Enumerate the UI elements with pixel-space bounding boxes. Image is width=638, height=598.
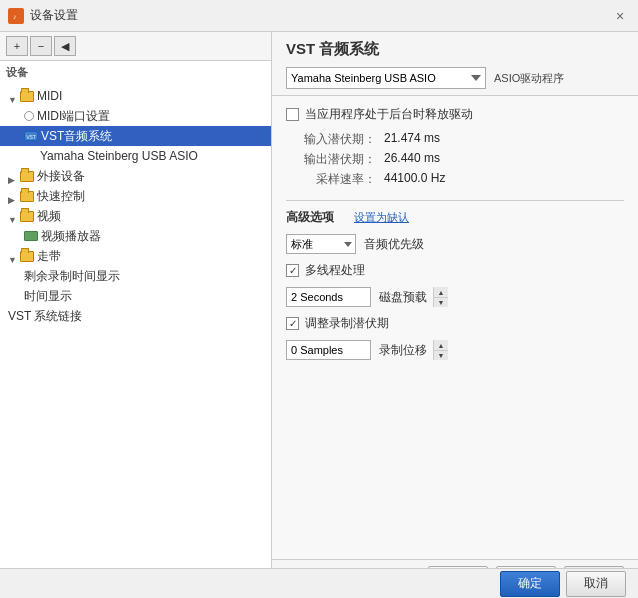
expand-icon: ▶ (8, 171, 18, 181)
sidebar-item-quick-ctrl[interactable]: ▶ 快速控制 (0, 186, 271, 206)
multithread-row: 多线程处理 (286, 262, 624, 279)
latency-out-value: 26.440 ms (384, 151, 624, 168)
right-panel: VST 音频系统 Yamaha Steinberg USB ASIO ASIO驱… (272, 32, 638, 598)
record-offset-row: ▲ ▼ 录制位移 (286, 340, 624, 360)
spinner-down-button-2[interactable]: ▼ (434, 350, 448, 360)
sidebar-item-midi[interactable]: ▼ MIDI (0, 86, 271, 106)
sidebar-item-label: Yamaha Steinberg USB ASIO (40, 147, 198, 165)
close-button[interactable]: × (610, 6, 630, 26)
vst-icon: VST (24, 131, 38, 141)
release-driver-checkbox[interactable] (286, 108, 299, 121)
advanced-label: 高级选项 (286, 209, 334, 226)
sidebar-item-ext-devices[interactable]: ▶ 外接设备 (0, 166, 271, 186)
record-offset-label: 录制位移 (379, 342, 427, 359)
sidebar-item-time-display[interactable]: 时间显示 (0, 286, 271, 306)
spinner-down-button[interactable]: ▼ (434, 297, 448, 307)
latency-info: 输入潜伏期： 21.474 ms 输出潜伏期： 26.440 ms 采样速率： … (286, 131, 624, 188)
main-layout: + − ◀ 设备 ▼ MIDI MIDI端口设置 VST (0, 32, 638, 598)
sidebar-item-video-player[interactable]: 视频播放器 (0, 226, 271, 246)
latency-in-label: 输入潜伏期： (286, 131, 376, 148)
window-title: 设备设置 (30, 7, 78, 24)
adjust-latency-row: 调整录制潜伏期 (286, 315, 624, 332)
expand-icon: ▼ (8, 211, 18, 221)
sidebar-item-label: 剩余录制时间显示 (24, 267, 120, 285)
toolbar: + − ◀ (0, 32, 271, 61)
multithread-label: 多线程处理 (305, 262, 365, 279)
sidebar-item-label: MIDI端口设置 (37, 107, 110, 125)
sidebar-item-video[interactable]: ▼ 视频 (0, 206, 271, 226)
device-tree: ▼ MIDI MIDI端口设置 VST VST音频系统 Yamaha Stein… (0, 82, 271, 584)
sample-rate-label: 采样速率： (286, 171, 376, 188)
left-panel: + − ◀ 设备 ▼ MIDI MIDI端口设置 VST (0, 32, 272, 598)
sidebar-item-vst-connect[interactable]: VST 系统链接 (0, 306, 271, 326)
adjust-latency-checkbox[interactable] (286, 317, 299, 330)
sidebar-item-vst-audio[interactable]: VST VST音频系统 (0, 126, 271, 146)
audio-priority-label: 音频优先级 (364, 236, 424, 253)
right-header: VST 音频系统 Yamaha Steinberg USB ASIO ASIO驱… (272, 32, 638, 96)
asio-driver-label: ASIO驱动程序 (494, 71, 564, 86)
reset-to-default-link[interactable]: 设置为缺认 (354, 210, 409, 225)
add-device-button[interactable]: + (6, 36, 28, 56)
sidebar-item-label: 外接设备 (37, 167, 85, 185)
sidebar-item-label: 快速控制 (37, 187, 85, 205)
release-driver-row: 当应用程序处于后台时释放驱动 (286, 106, 624, 123)
sidebar-item-label: 视频 (37, 207, 61, 225)
sidebar-item-midi-port[interactable]: MIDI端口设置 (0, 106, 271, 126)
reset-device-button[interactable]: ◀ (54, 36, 76, 56)
audio-priority-select[interactable]: 标准 提升 最高 (286, 234, 356, 254)
folder-icon (20, 191, 34, 202)
svg-text:♪: ♪ (13, 13, 17, 20)
release-driver-label: 当应用程序处于后台时释放驱动 (305, 106, 473, 123)
sample-rate-value: 44100.0 Hz (384, 171, 624, 188)
midi-port-icon (24, 111, 34, 121)
asio-row: Yamaha Steinberg USB ASIO ASIO驱动程序 (286, 67, 624, 89)
sidebar-item-label: VST音频系统 (41, 127, 112, 145)
spinner-buttons: ▲ ▼ (433, 287, 448, 307)
dialog-footer: 确定 取消 (0, 568, 638, 598)
app-icon: ♪ (8, 8, 24, 24)
titlebar: ♪ 设备设置 × (0, 0, 638, 32)
sidebar-item-label: VST 系统链接 (8, 307, 82, 325)
folder-icon (20, 211, 34, 222)
disk-preload-spinner[interactable]: ▲ ▼ (286, 287, 371, 307)
folder-icon (20, 91, 34, 102)
disk-preload-row: ▲ ▼ 磁盘预载 (286, 287, 624, 307)
spinner-up-button-2[interactable]: ▲ (434, 340, 448, 350)
ok-button[interactable]: 确定 (500, 571, 560, 597)
remove-device-button[interactable]: − (30, 36, 52, 56)
cancel-button[interactable]: 取消 (566, 571, 626, 597)
multithread-checkbox[interactable] (286, 264, 299, 277)
sidebar-item-label: MIDI (37, 87, 62, 105)
titlebar-left: ♪ 设备设置 (8, 7, 78, 24)
expand-icon: ▶ (8, 191, 18, 201)
sidebar-item-label: 视频播放器 (41, 227, 101, 245)
folder-icon (20, 251, 34, 262)
latency-in-value: 21.474 ms (384, 131, 624, 148)
video-icon (24, 231, 38, 241)
spinner-up-button[interactable]: ▲ (434, 287, 448, 297)
sidebar-item-yamaha[interactable]: Yamaha Steinberg USB ASIO (0, 146, 271, 166)
spinner-buttons-2: ▲ ▼ (433, 340, 448, 360)
folder-icon (20, 171, 34, 182)
adjust-latency-label: 调整录制潜伏期 (305, 315, 389, 332)
disk-preload-label: 磁盘预载 (379, 289, 427, 306)
panel-title: VST 音频系统 (286, 40, 624, 59)
audio-priority-row: 标准 提升 最高 音频优先级 (286, 234, 624, 254)
asio-driver-select[interactable]: Yamaha Steinberg USB ASIO (286, 67, 486, 89)
record-offset-spinner[interactable]: ▲ ▼ (286, 340, 371, 360)
right-content: 当应用程序处于后台时释放驱动 输入潜伏期： 21.474 ms 输出潜伏期： 2… (272, 96, 638, 559)
latency-out-label: 输出潜伏期： (286, 151, 376, 168)
sidebar-item-transport[interactable]: ▼ 走带 (0, 246, 271, 266)
sidebar-section-label: 设备 (0, 61, 271, 82)
advanced-options-row: 高级选项 设置为缺认 (286, 209, 624, 226)
sidebar-item-record-time[interactable]: 剩余录制时间显示 (0, 266, 271, 286)
sidebar-item-label: 时间显示 (24, 287, 72, 305)
expand-icon: ▼ (8, 91, 18, 101)
divider (286, 200, 624, 201)
sidebar-item-label: 走带 (37, 247, 61, 265)
expand-icon: ▼ (8, 251, 18, 261)
